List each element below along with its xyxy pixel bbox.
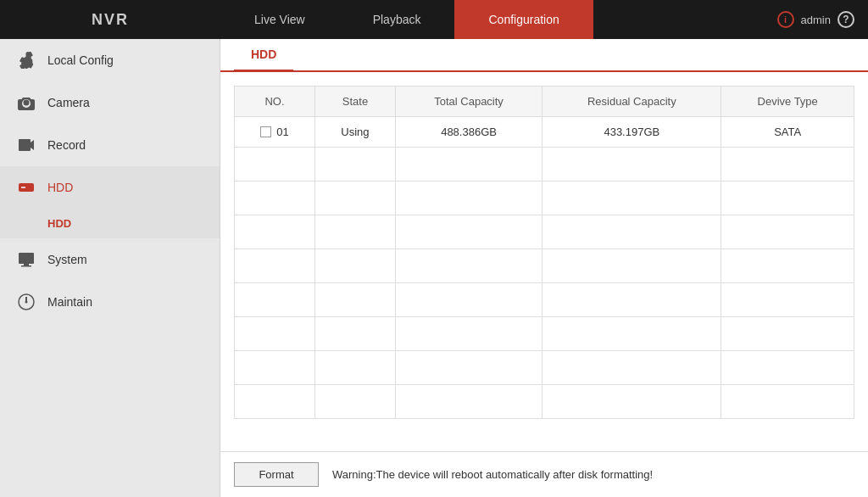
table-row-empty [235,148,854,181]
tab-configuration[interactable]: Configuration [454,0,593,39]
sidebar-label-system: System [47,253,87,266]
col-header-no: NO. [235,87,315,117]
gear-icon [17,51,36,70]
row-checkbox[interactable] [260,126,271,137]
sidebar-subitem-hdd[interactable]: HDD [0,209,220,238]
cell-residual-capacity: 433.197GB [542,117,721,148]
cell-total-capacity: 488.386GB [395,117,542,148]
sidebar-item-maintain[interactable]: Maintain [0,281,220,323]
table-row-empty [235,249,854,283]
cell-state: Using [315,117,396,148]
table-area: NO. State Total Capacity Residual Capaci… [220,72,868,451]
col-header-residual: Residual Capacity [542,87,721,117]
table-row-empty [235,385,854,419]
cell-no: 01 [235,117,315,148]
maintain-icon [17,293,36,311]
hdd-table: NO. State Total Capacity Residual Capaci… [234,86,854,419]
top-navigation: NVR Live View Playback Configuration i a… [0,0,868,39]
sidebar-item-camera[interactable]: Camera [0,81,220,124]
sidebar-label-record: Record [47,138,86,152]
content-tab-hdd[interactable]: HDD [234,39,293,72]
app-logo: NVR [0,11,220,29]
user-icon: i [777,11,794,28]
format-button[interactable]: Format [234,462,319,487]
hdd-icon [17,178,36,197]
cell-device-type: SATA [721,117,854,148]
col-header-state: State [315,87,396,117]
table-row-empty [235,181,854,215]
tab-playback[interactable]: Playback [339,0,455,39]
svg-point-3 [28,186,31,189]
table-row: 01 Using 488.386GB 433.197GB SATA [235,117,854,148]
nav-tabs: Live View Playback Configuration [220,0,764,39]
sidebar-item-system[interactable]: System [0,238,220,281]
svg-rect-6 [24,264,29,265]
content-tabs: HDD [220,39,868,72]
sidebar-label-local-config: Local Config [47,53,114,67]
username-label: admin [801,14,831,26]
svg-rect-1 [19,139,31,151]
main-area: Local Config Camera Record [0,39,868,497]
sidebar-item-record[interactable]: Record [0,124,220,166]
camera-icon [17,93,36,112]
table-row-empty [235,283,854,317]
svg-rect-5 [19,253,34,264]
svg-point-10 [25,301,28,304]
warning-text: Warning:The device will reboot automatic… [332,468,653,481]
svg-rect-2 [19,183,34,192]
table-row-empty [235,317,854,351]
top-nav-right: i admin ? [764,11,868,28]
sidebar-subitem-label-hdd: HDD [47,217,71,230]
sidebar: Local Config Camera Record [0,39,220,497]
svg-rect-7 [21,265,31,267]
record-icon [17,136,36,154]
help-icon[interactable]: ? [837,11,854,28]
col-header-total: Total Capacity [395,87,542,117]
svg-point-0 [24,100,30,106]
sidebar-label-hdd: HDD [47,181,73,194]
col-header-type: Devive Type [721,87,854,117]
sidebar-item-hdd[interactable]: HDD [0,166,220,209]
footer-area: Format Warning:The device will reboot au… [220,451,868,497]
system-icon [17,250,36,269]
table-row-empty [235,351,854,385]
sidebar-item-local-config[interactable]: Local Config [0,39,220,81]
content-area: HDD NO. State Total Capacity Residual Ca… [220,39,868,497]
sidebar-label-camera: Camera [47,96,90,109]
sidebar-label-maintain: Maintain [47,295,92,309]
table-row-empty [235,215,854,249]
tab-live-view[interactable]: Live View [220,0,339,39]
